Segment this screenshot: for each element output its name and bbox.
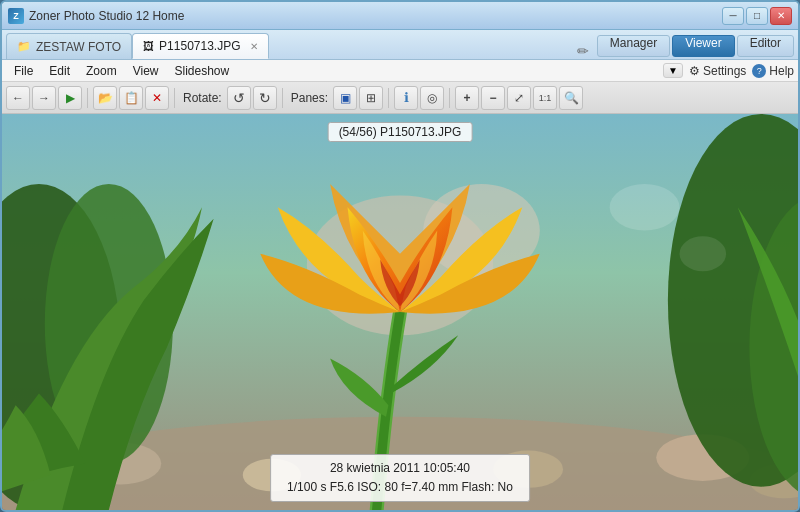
editor-button[interactable]: Editor xyxy=(737,35,794,57)
panes-label: Panes: xyxy=(291,91,328,105)
settings-button[interactable]: ⚙ Settings xyxy=(689,64,746,78)
mode-buttons: Manager Viewer Editor xyxy=(597,35,794,59)
tab-label-zestaw: ZESTAW FOTO xyxy=(36,40,121,54)
menu-view[interactable]: View xyxy=(125,62,167,80)
nav-back-button[interactable]: ← xyxy=(6,86,30,110)
location-button[interactable]: ◎ xyxy=(420,86,444,110)
menu-file[interactable]: File xyxy=(6,62,41,80)
separator-2 xyxy=(174,88,175,108)
pane-single-button[interactable]: ▣ xyxy=(333,86,357,110)
image-position-label: (54/56) P1150713.JPG xyxy=(339,125,462,139)
help-button[interactable]: ? Help xyxy=(752,64,794,78)
window-controls: ─ □ ✕ xyxy=(722,7,792,25)
edit-icon: ✏ xyxy=(569,43,597,59)
menu-zoom[interactable]: Zoom xyxy=(78,62,125,80)
help-icon: ? xyxy=(752,64,766,78)
fit-button[interactable]: ⤢ xyxy=(507,86,531,110)
maximize-button[interactable]: □ xyxy=(746,7,768,25)
gear-icon: ⚙ xyxy=(689,64,700,78)
zoom-tool-icon: 🔍 xyxy=(564,91,579,105)
manager-button[interactable]: Manager xyxy=(597,35,670,57)
help-label: Help xyxy=(769,64,794,78)
actual-size-button[interactable]: 1:1 xyxy=(533,86,557,110)
menu-edit[interactable]: Edit xyxy=(41,62,78,80)
pane-single-icon: ▣ xyxy=(340,91,351,105)
minimize-button[interactable]: ─ xyxy=(722,7,744,25)
forward-icon: → xyxy=(38,91,50,105)
app-icon: Z xyxy=(8,8,24,24)
main-window: Z Zoner Photo Studio 12 Home ─ □ ✕ 📁 ZES… xyxy=(0,0,800,512)
close-button[interactable]: ✕ xyxy=(770,7,792,25)
tab-close-button[interactable]: ✕ xyxy=(250,41,258,52)
photo-svg xyxy=(2,114,798,510)
dropdown-button[interactable]: ▼ xyxy=(663,63,683,78)
separator-3 xyxy=(282,88,283,108)
tab-bar: 📁 ZESTAW FOTO 🖼 P1150713.JPG ✕ ✏ Manager… xyxy=(2,30,798,60)
menu-slideshow[interactable]: Slideshow xyxy=(167,62,238,80)
delete-button[interactable]: ✕ xyxy=(145,86,169,110)
svg-point-14 xyxy=(680,236,727,271)
image-info-bottom: 28 kwietnia 2011 10:05:40 1/100 s F5.6 I… xyxy=(270,454,530,502)
titlebar: Z Zoner Photo Studio 12 Home ─ □ ✕ xyxy=(2,2,798,30)
actual-size-icon: 1:1 xyxy=(539,93,552,103)
info-button[interactable]: ℹ xyxy=(394,86,418,110)
separator-4 xyxy=(388,88,389,108)
zoom-out-button[interactable]: − xyxy=(481,86,505,110)
open-folder-icon: 📂 xyxy=(98,91,113,105)
svg-point-13 xyxy=(610,184,680,231)
image-date: 28 kwietnia 2011 10:05:40 xyxy=(287,459,513,478)
rotate-ccw-button[interactable]: ↺ xyxy=(227,86,251,110)
rotate-cw-icon: ↻ xyxy=(259,90,271,106)
tab-p1150713[interactable]: 🖼 P1150713.JPG ✕ xyxy=(132,33,268,59)
zoom-in-button[interactable]: + xyxy=(455,86,479,110)
open-folder-button[interactable]: 📂 xyxy=(93,86,117,110)
delete-icon: ✕ xyxy=(152,91,162,105)
menu-bar: File Edit Zoom View Slideshow ▼ ⚙ Settin… xyxy=(2,60,798,82)
viewer-button[interactable]: Viewer xyxy=(672,35,734,57)
pane-dual-icon: ⊞ xyxy=(366,91,376,105)
settings-area: ▼ ⚙ Settings ? Help xyxy=(663,63,794,78)
tab-zestaw-foto[interactable]: 📁 ZESTAW FOTO xyxy=(6,33,132,59)
info-icon: ℹ xyxy=(404,90,409,105)
folder-icon: 📁 xyxy=(17,40,31,53)
viewer-area: (54/56) P1150713.JPG 28 kwietnia 2011 10… xyxy=(2,114,798,510)
rotate-label: Rotate: xyxy=(183,91,222,105)
fit-icon: ⤢ xyxy=(514,91,524,105)
image-icon: 🖼 xyxy=(143,40,154,52)
rotate-ccw-icon: ↺ xyxy=(233,90,245,106)
separator-1 xyxy=(87,88,88,108)
settings-label: Settings xyxy=(703,64,746,78)
zoom-in-icon: + xyxy=(464,91,471,105)
zoom-out-icon: − xyxy=(490,91,497,105)
location-icon: ◎ xyxy=(427,91,437,105)
tab-label-file: P1150713.JPG xyxy=(159,39,240,53)
copy-button[interactable]: 📋 xyxy=(119,86,143,110)
back-icon: ← xyxy=(12,91,24,105)
play-button[interactable]: ▶ xyxy=(58,86,82,110)
pane-dual-button[interactable]: ⊞ xyxy=(359,86,383,110)
zoom-tool-button[interactable]: 🔍 xyxy=(559,86,583,110)
image-exif: 1/100 s F5.6 ISO: 80 f=7.40 mm Flash: No xyxy=(287,478,513,497)
toolbar: ← → ▶ 📂 📋 ✕ Rotate: ↺ ↻ Panes: ▣ xyxy=(2,82,798,114)
play-icon: ▶ xyxy=(66,91,75,105)
separator-5 xyxy=(449,88,450,108)
window-title: Zoner Photo Studio 12 Home xyxy=(29,9,722,23)
image-info-top: (54/56) P1150713.JPG xyxy=(328,122,473,142)
copy-icon: 📋 xyxy=(124,91,139,105)
rotate-cw-button[interactable]: ↻ xyxy=(253,86,277,110)
nav-forward-button[interactable]: → xyxy=(32,86,56,110)
